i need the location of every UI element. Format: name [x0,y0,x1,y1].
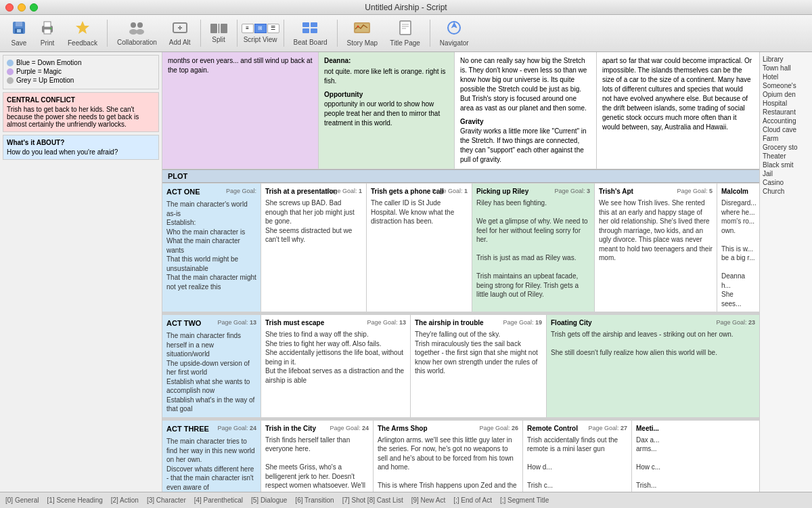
scene-trish-city[interactable]: Trish in the City Page Goal: 24 Trish fi… [261,421,373,492]
print-button[interactable]: Print [34,17,61,49]
script-view-btn[interactable]: ≡ [242,24,254,33]
story-map-button[interactable]: Story Map [342,17,384,49]
status-action[interactable]: [2] Action [111,496,139,504]
central-conflict-text: Trish has to get back to her kids. She c… [7,106,155,128]
scene-floating-city[interactable]: Floating City Page Goal: 23 Trish gets o… [547,315,759,417]
status-segment[interactable]: [;] Segment Title [500,496,549,504]
scene-body: Trish accidentally finds out the remote … [527,436,627,492]
location-casino[interactable]: Casino [763,178,809,187]
svg-rect-23 [400,21,411,35]
scene-body: Riley has been fighting.We get a glimpse… [476,198,590,299]
add-alt-button[interactable]: Add Alt [164,18,196,49]
location-hospital[interactable]: Hospital [763,99,809,108]
scene-arms-shop[interactable]: The Arms Shop Page Goal: 26 Arlington ar… [374,421,522,492]
scene-trish-presentation[interactable]: Trish at a presentation Page Goal: 1 She… [261,184,366,312]
status-dialogue[interactable]: [5] Dialogue [251,496,287,504]
stretch-text: No one can really say how big the Stretc… [460,57,587,112]
scene-malcolm[interactable]: Malcolm Disregard...where he...mom's ro.… [717,184,759,312]
location-library[interactable]: Library [763,55,809,64]
status-new-act[interactable]: [9] New Act [411,496,446,504]
title-page-button[interactable]: Title Page [384,17,426,49]
status-parenthetical[interactable]: [4] Parenthetical [194,496,243,504]
svg-rect-16 [302,22,309,27]
page-goal: Page Goal: 26 [479,424,518,433]
location-theater[interactable]: Theater [763,152,809,161]
status-character[interactable]: [3] Character [147,496,186,504]
beat-board-button[interactable]: Beat Board [288,18,333,49]
location-church[interactable]: Church [763,187,809,196]
status-transition[interactable]: [6] Transition [295,496,334,504]
scene-body: She screws up BAD. Bad enough that her j… [265,198,362,245]
feedback-button[interactable]: Feedback [62,17,103,49]
minimize-button[interactable] [18,3,26,12]
act-two-header: ACT TWO Page Goal: 13 The main character… [162,315,261,417]
location-farm[interactable]: Farm [763,134,809,143]
info-panel-green: Deanna: not quite. more like left is ora… [319,52,454,169]
svg-rect-3 [17,29,21,33]
gravity-text: Gravity works a little more like "Curren… [460,127,587,163]
navigator-button[interactable]: Navigator [434,17,474,49]
scene-body: Dax a...arms...How c...Trish...reluct... [636,436,755,492]
info-panel-purple-text: months or even years... and still wind u… [168,57,312,74]
split-button-group[interactable]: Split [205,21,233,46]
info-panel-stretch: No one can really say how big the Stretc… [455,52,596,169]
legend-purple-label: Purple = Magic [16,68,62,75]
location-grocery[interactable]: Grocery sto [763,143,809,152]
scene-airship-trouble[interactable]: The airship in trouble Page Goal: 19 The… [411,315,546,417]
scene-body: Arlington arms. we'll see this little gu… [378,436,518,492]
plot-label: PLOT [168,172,187,180]
scene-meeting[interactable]: Meeti... Dax a...arms...How c...Trish...… [632,421,759,492]
content-area[interactable]: months or even years... and still wind u… [162,52,759,492]
location-accounting[interactable]: Accounting [763,117,809,125]
legend-purple: Purple = Magic [7,68,155,75]
scene-body: Disregard...where he...mom's ro...own.Th… [721,198,755,308]
save-button[interactable]: Save [5,17,32,49]
deanna-label: Deanna: [324,56,449,66]
navigator-icon [446,20,462,38]
outline-view-btn[interactable]: ☰ [267,24,279,33]
collaboration-label: Collaboration [117,39,157,46]
close-button[interactable] [5,3,14,12]
scene-phone-call[interactable]: Trish gets a phone call Page Goal: 1 The… [367,184,472,312]
scene-body: Trish finds herself taller than everyone… [265,436,369,492]
gravity-title: Gravity [460,117,591,127]
info-panel-green-text: not quite. more like left is orange. rig… [324,68,446,85]
feedback-icon [74,20,91,38]
status-end-act[interactable]: [;] End of Act [453,496,492,504]
status-general[interactable]: [0] General [5,496,39,504]
location-blacksmith[interactable]: Black smit [763,161,809,169]
print-icon [39,20,55,38]
navigator-label: Navigator [440,39,469,47]
scene-trish-escape[interactable]: Trish must escape Page Goal: 13 She trie… [261,315,410,417]
scene-remote-control[interactable]: Remote Control Page Goal: 27 Trish accid… [523,421,631,492]
add-alt-icon [172,20,188,37]
location-restaurant[interactable]: Restaurant [763,108,809,117]
location-opium[interactable]: Opium den [763,90,809,99]
location-cloud[interactable]: Cloud cave [763,125,809,134]
status-scene-heading[interactable]: [1] Scene Heading [47,496,102,504]
location-someone[interactable]: Someone's [763,81,809,90]
divider-5 [337,20,338,47]
location-jail[interactable]: Jail [763,169,809,178]
scene-picking-riley[interactable]: Picking up Riley Page Goal: 3 Riley has … [472,184,594,312]
page-goal: Page Goal: 13 [367,318,406,327]
index-card-view-btn[interactable]: ⊞ [254,24,267,33]
svg-rect-6 [44,29,51,34]
fullscreen-button[interactable] [30,3,38,12]
legend-dot-grey [7,77,14,84]
about-card: What's it ABOUT? How do you lead when yo… [3,135,159,160]
plot-header: PLOT [162,169,759,183]
about-text: How do you lead when you're afraid? [7,148,155,156]
scene-body: We see how Trish lives. She rented this … [599,198,713,263]
status-shot[interactable]: [7] Shot [8] Cast List [342,496,403,504]
svg-rect-17 [311,22,317,27]
opportunity-title: Opportunity [324,90,449,100]
location-townhall[interactable]: Town hall [763,64,809,72]
act-two-page-goal-label: Page Goal: 13 [217,318,256,327]
act-three-section: ACT THREE Page Goal: 24 The main charact… [162,421,759,492]
scene-trish-apt[interactable]: Trish's Apt Page Goal: 5 We see how Tris… [595,184,717,312]
location-hotel[interactable]: Hotel [763,72,809,81]
legend-dot-purple [7,68,14,75]
collaboration-button[interactable]: Collaboration [112,18,162,49]
legend-card: Blue = Down Emotion Purple = Magic Grey … [3,55,159,89]
